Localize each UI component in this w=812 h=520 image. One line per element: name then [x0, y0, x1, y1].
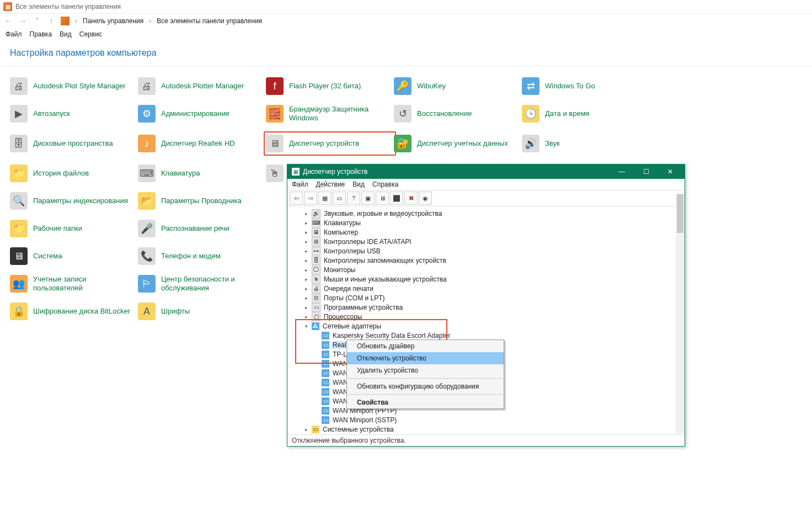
dm-tree-row[interactable]: ▸⌨Клавиатуры: [287, 218, 685, 227]
dm-titlebar[interactable]: ▦ Диспетчер устройств ― ☐ ✕: [287, 165, 685, 179]
dm-scrollbar-thumb[interactable]: [677, 194, 683, 233]
tree-twisty-icon[interactable]: ▸: [303, 211, 309, 216]
dm-status-bar: Отключение выбранного устройства.: [287, 434, 685, 446]
tree-twisty-icon[interactable]: ▸: [303, 305, 309, 310]
dm-node-label: Сетевые адаптеры: [322, 322, 382, 330]
menu-file[interactable]: Файл: [6, 30, 22, 38]
dm-toolbar-button[interactable]: ⬛: [390, 192, 403, 205]
tree-twisty-icon[interactable]: ▸: [303, 427, 309, 432]
menu-service[interactable]: Сервис: [79, 30, 102, 38]
menu-view[interactable]: Вид: [60, 30, 72, 38]
tree-twisty-icon[interactable]: ▾: [303, 323, 309, 329]
device-icon: ▭: [312, 426, 319, 433]
cp-item-label: Flash Player (32 бита): [289, 82, 361, 91]
dm-menu-help[interactable]: Справка: [372, 181, 398, 188]
dm-tree-row[interactable]: ▸⊞Контроллеры IDE ATA/ATAPI: [287, 237, 685, 246]
tree-twisty-icon[interactable]: ▸: [303, 267, 309, 273]
control-panel-item[interactable]: ♪Диспетчер Realtek HD: [138, 131, 266, 156]
control-panel-item[interactable]: fFlash Player (32 бита): [266, 76, 394, 96]
tree-twisty-icon[interactable]: ▸: [303, 239, 309, 245]
dm-toolbar-button[interactable]: ⇨: [304, 192, 317, 205]
control-panel-item[interactable]: 🖥Диспетчер устройств: [264, 131, 396, 156]
back-button[interactable]: ←: [3, 16, 13, 26]
forward-button[interactable]: →: [18, 16, 28, 26]
dm-tree-row[interactable]: ▸🖵Мониторы: [287, 265, 685, 274]
control-panel-item[interactable]: ⚙Администрирование: [138, 104, 266, 124]
close-button[interactable]: ✕: [658, 165, 682, 179]
control-panel-item[interactable]: 🖥Система: [10, 246, 138, 266]
dm-tree-row[interactable]: ▾🖧Сетевые адаптеры: [287, 321, 685, 331]
context-menu-item[interactable]: Обновить конфигурацию оборудования: [347, 380, 504, 392]
dm-scrollbar[interactable]: [676, 193, 685, 434]
context-menu-item[interactable]: Свойства: [347, 396, 504, 408]
dm-tree-row[interactable]: ▭Kaspersky Security Data Escort Adapter: [287, 331, 685, 340]
context-menu-item[interactable]: Удалить устройство: [347, 364, 504, 376]
dm-toolbar-button[interactable]: ▦: [318, 192, 332, 205]
dm-tree-row[interactable]: ▸🗄Контроллеры запоминающих устройств: [287, 256, 685, 265]
tree-twisty-icon[interactable]: ▸: [303, 230, 309, 235]
control-panel-item[interactable]: 🔍Параметры индексирования: [10, 191, 138, 211]
dm-tree-row[interactable]: ▸⊶Контроллеры USB: [287, 246, 685, 256]
control-panel-item[interactable]: 📞Телефон и модем: [138, 246, 266, 266]
dm-toolbar-button[interactable]: ▭: [333, 192, 346, 205]
minimize-button[interactable]: ―: [610, 165, 634, 179]
control-panel-item[interactable]: 👥Учетные записи пользователей: [10, 274, 138, 294]
control-panel-item[interactable]: ↺Восстановление: [394, 104, 522, 124]
device-icon: ▭: [322, 416, 329, 424]
dm-toolbar-button[interactable]: ⇦: [290, 192, 303, 205]
cp-item-icon: 🕓: [522, 105, 539, 123]
cp-item-icon: 🖥: [10, 247, 28, 265]
control-panel-item[interactable]: 📁История файлов: [10, 163, 138, 183]
control-panel-item[interactable]: 🕓Дата и время: [522, 104, 650, 124]
control-panel-item[interactable]: 📂Параметры Проводника: [138, 191, 266, 211]
dm-menu-file[interactable]: Файл: [292, 181, 308, 188]
dm-toolbar-button[interactable]: 🖥: [376, 192, 389, 205]
control-panel-item[interactable]: AШрифты: [138, 301, 266, 321]
context-menu-item[interactable]: Отключить устройство: [347, 352, 504, 364]
dm-tree-row[interactable]: ▸🖱Мыши и иные указывающие устройства: [287, 274, 685, 284]
recent-dropdown[interactable]: ˅: [32, 16, 42, 26]
control-panel-item[interactable]: 🗄Дисковые пространства: [10, 131, 138, 156]
cp-item-icon: 🗄: [10, 135, 28, 152]
control-panel-item[interactable]: 🔊Звук: [522, 131, 650, 156]
dm-tree-row[interactable]: ▸▭Системные устройства: [287, 425, 685, 434]
tree-twisty-icon[interactable]: ▸: [303, 295, 309, 301]
tree-twisty-icon[interactable]: ▸: [303, 220, 309, 226]
control-panel-item[interactable]: ⇄Windows To Go: [522, 76, 650, 96]
dm-tree-row[interactable]: ▸🔊Звуковые, игровые и видеоустройства: [287, 209, 685, 218]
menu-edit[interactable]: Правка: [30, 30, 52, 38]
tree-twisty-icon[interactable]: ▸: [303, 314, 309, 320]
dm-toolbar-button[interactable]: ✖: [404, 192, 418, 205]
control-panel-item[interactable]: 🔐Диспетчер учетных данных: [394, 131, 522, 156]
dm-toolbar-button[interactable]: ▣: [361, 192, 375, 205]
breadcrumb-current[interactable]: Все элементы панели управления: [157, 17, 262, 25]
dm-tree-row[interactable]: ▸🖨Очереди печати: [287, 284, 685, 293]
tree-twisty-icon[interactable]: ▸: [303, 248, 309, 254]
maximize-button[interactable]: ☐: [634, 165, 658, 179]
dm-toolbar-button[interactable]: ◉: [419, 192, 432, 205]
control-panel-item[interactable]: ▶Автозапуск: [10, 104, 138, 124]
dm-toolbar-button[interactable]: ?: [347, 192, 360, 205]
dm-menu-action[interactable]: Действие: [316, 181, 345, 188]
dm-tree-row[interactable]: ▸▢Процессоры: [287, 312, 685, 321]
context-menu-item[interactable]: Обновить драйвер: [347, 340, 504, 352]
dm-tree-row[interactable]: ▭WAN Miniport (SSTP): [287, 415, 685, 425]
dm-menu-view[interactable]: Вид: [352, 181, 365, 188]
dm-tree-row[interactable]: ▸⊟Порты (COM и LPT): [287, 293, 685, 303]
control-panel-item[interactable]: 🏳Центр безопасности и обслуживания: [138, 274, 266, 294]
tree-twisty-icon[interactable]: ▸: [303, 258, 309, 263]
control-panel-item[interactable]: 🖨Autodesk Plotter Manager: [138, 76, 266, 96]
dm-tree-row[interactable]: ▸▭Программные устройства: [287, 303, 685, 312]
control-panel-item[interactable]: 🔑WibuKey: [394, 76, 522, 96]
dm-tree-row[interactable]: ▸🖥Компьютер: [287, 227, 685, 237]
up-button[interactable]: ↑: [46, 16, 56, 26]
control-panel-item[interactable]: 🧱Брандмауэр Защитника Windows: [266, 104, 394, 124]
control-panel-item[interactable]: ⌨Клавиатура: [138, 163, 266, 183]
tree-twisty-icon[interactable]: ▸: [303, 277, 309, 282]
control-panel-item[interactable]: 🖨Autodesk Plot Style Manager: [10, 76, 138, 96]
tree-twisty-icon[interactable]: ▸: [303, 286, 309, 291]
control-panel-item[interactable]: 🔒Шифрование диска BitLocker: [10, 301, 138, 321]
control-panel-item[interactable]: 📁Рабочие папки: [10, 219, 138, 238]
breadcrumb-root[interactable]: Панель управления: [83, 17, 143, 25]
control-panel-item[interactable]: 🎤Распознавание речи: [138, 219, 266, 238]
